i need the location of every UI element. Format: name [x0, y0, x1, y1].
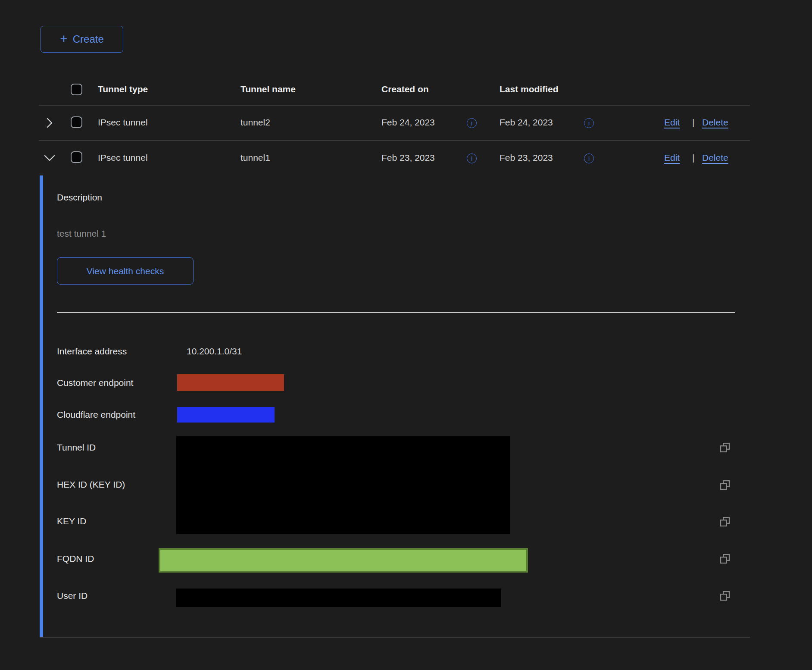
created-on-cell: Feb 23, 2023: [381, 153, 435, 163]
tunnel-id-label: Tunnel ID: [57, 442, 96, 453]
column-header-tunnel-type: Tunnel type: [98, 84, 148, 94]
expanded-row-accent-bar: [40, 175, 43, 637]
description-label: Description: [57, 192, 102, 203]
copy-icon[interactable]: [718, 552, 731, 565]
action-separator: |: [692, 153, 694, 163]
row-expand-chevron-right-icon[interactable]: [45, 117, 54, 130]
plus-icon: +: [60, 32, 68, 45]
cloudflare-endpoint-label: Cloudflare endpoint: [57, 410, 135, 420]
last-modified-cell: Feb 23, 2023: [500, 153, 553, 163]
copy-icon[interactable]: [718, 441, 731, 454]
delete-link[interactable]: Delete: [702, 153, 728, 163]
tunnel-type-cell: IPsec tunnel: [98, 153, 148, 163]
info-icon[interactable]: i: [584, 118, 594, 128]
created-on-cell: Feb 24, 2023: [381, 117, 435, 128]
user-id-redaction: [176, 589, 501, 607]
row-divider: [39, 140, 750, 141]
customer-endpoint-redaction: [177, 374, 284, 391]
tunnel-name-cell: tunnel2: [240, 117, 270, 128]
fqdn-id-redaction: [159, 548, 528, 573]
key-id-label: KEY ID: [57, 516, 86, 526]
cloudflare-endpoint-redaction: [177, 407, 275, 423]
panel-divider: [57, 312, 735, 313]
last-modified-cell: Feb 24, 2023: [500, 117, 553, 128]
row-collapse-chevron-down-icon[interactable]: [44, 153, 56, 165]
user-id-label: User ID: [57, 591, 87, 601]
edit-link[interactable]: Edit: [664, 153, 680, 163]
copy-icon[interactable]: [718, 515, 731, 528]
customer-endpoint-label: Customer endpoint: [57, 378, 133, 388]
copy-icon[interactable]: [718, 589, 731, 602]
column-header-last-modified: Last modified: [500, 84, 559, 94]
description-value: test tunnel 1: [57, 229, 106, 239]
column-header-created-on: Created on: [381, 84, 429, 94]
fqdn-id-label: FQDN ID: [57, 554, 94, 564]
tunnel-type-cell: IPsec tunnel: [98, 117, 148, 128]
select-all-checkbox[interactable]: [71, 84, 82, 95]
create-button[interactable]: + Create: [41, 26, 123, 53]
action-separator: |: [692, 117, 694, 128]
interface-address-value: 10.200.1.0/31: [187, 346, 242, 357]
row-checkbox[interactable]: [71, 151, 82, 163]
tunnels-page: + Create Tunnel type Tunnel name Created…: [0, 0, 812, 670]
row-checkbox[interactable]: [71, 116, 82, 128]
tunnel-name-cell: tunnel1: [240, 153, 270, 163]
header-divider: [39, 105, 750, 106]
column-header-tunnel-name: Tunnel name: [240, 84, 296, 94]
expanded-row-bottom-divider: [40, 637, 750, 638]
ids-redaction-block: [176, 436, 510, 534]
info-icon[interactable]: i: [467, 118, 477, 128]
create-button-label: Create: [73, 33, 104, 45]
edit-link[interactable]: Edit: [664, 117, 680, 128]
info-icon[interactable]: i: [584, 153, 594, 163]
hex-id-label: HEX ID (KEY ID): [57, 479, 125, 490]
copy-icon[interactable]: [718, 479, 731, 492]
interface-address-label: Interface address: [57, 346, 127, 357]
delete-link[interactable]: Delete: [702, 117, 728, 128]
view-health-checks-button[interactable]: View health checks: [57, 257, 194, 285]
info-icon[interactable]: i: [467, 153, 477, 163]
